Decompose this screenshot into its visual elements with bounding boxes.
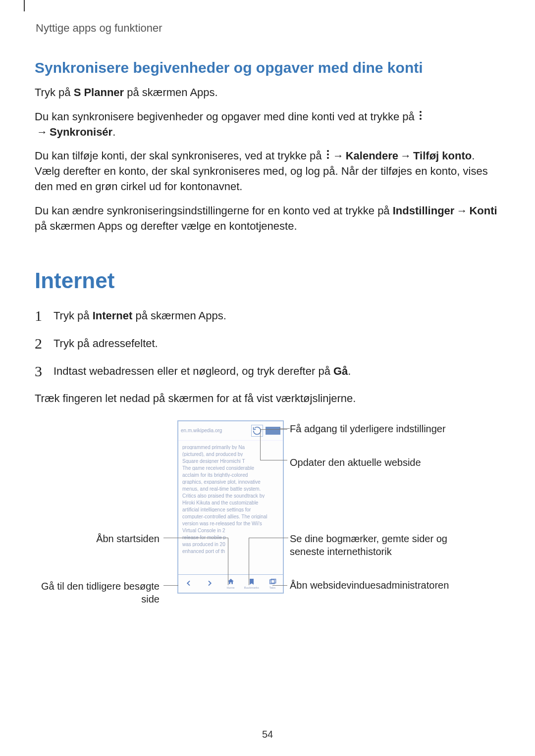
text-line: version was re-released for the Wii's bbox=[182, 521, 279, 526]
section-heading-internet: Internet bbox=[35, 268, 500, 293]
bold-text: Indstillinger bbox=[393, 204, 455, 217]
text-line: The game received considerable bbox=[182, 465, 279, 470]
text: Du kan synkronisere begivenheder og opga… bbox=[35, 110, 418, 123]
text-line: acclaim for its brightly-colored bbox=[182, 472, 279, 477]
chevron-left-icon bbox=[185, 579, 193, 587]
text-line: Virtual Console in 2 bbox=[182, 528, 279, 533]
bold-text: Kalendere bbox=[346, 150, 398, 162]
leader-line bbox=[279, 428, 290, 429]
bold-text: Internet bbox=[93, 309, 133, 322]
bold-text: Synkronisér bbox=[50, 126, 112, 138]
address-bar[interactable]: en.m.wikipedia.org bbox=[178, 421, 283, 441]
browser-toolbar: Home Bookmarks Tabs bbox=[178, 574, 283, 593]
leader-line bbox=[272, 585, 287, 586]
bold-text: Tilføj konto bbox=[413, 150, 472, 162]
chevron-right-icon bbox=[206, 579, 214, 587]
text-line: artificial intelligence settings for bbox=[182, 507, 279, 512]
section-heading-sync: Synkronisere begivenheder og opgaver med… bbox=[35, 59, 500, 76]
toolbar-label: Home bbox=[227, 586, 235, 589]
text-line: menus, and real-time battle system. bbox=[182, 486, 279, 491]
more-menu-button[interactable] bbox=[266, 427, 280, 435]
back-button[interactable] bbox=[178, 575, 199, 593]
text: Du kan ændre synkroniseringsindstillinge… bbox=[35, 204, 393, 217]
bold-text: Konti bbox=[469, 204, 497, 217]
phone-mock: en.m.wikipedia.org programmed primarily … bbox=[177, 420, 284, 594]
text-line: computer-controlled allies. The original bbox=[182, 514, 279, 519]
text-line: was produced in 20 bbox=[182, 542, 279, 547]
text-line: (pictured), and produced by bbox=[182, 452, 279, 456]
text: Indtast webadressen eller et nøgleord, o… bbox=[54, 365, 333, 377]
text: Tryk på bbox=[35, 86, 74, 99]
step-item: Tryk på Internet på skærmen Apps. bbox=[35, 308, 500, 324]
more-options-icon bbox=[418, 110, 423, 121]
paragraph: Træk fingeren let nedad på skærmen for a… bbox=[35, 391, 500, 406]
text-line: Square designer Hiromichi T bbox=[182, 458, 279, 463]
tabs-button[interactable]: Tabs bbox=[262, 575, 283, 593]
bold-text: Gå bbox=[333, 365, 348, 377]
text-line: enhanced port of th bbox=[182, 549, 279, 554]
toolbar-label: Tabs bbox=[269, 586, 276, 589]
page-number: 54 bbox=[0, 729, 535, 740]
home-button[interactable]: Home bbox=[220, 575, 241, 593]
text: Du kan tilføje konti, der skal synkronis… bbox=[35, 150, 325, 162]
leader-line bbox=[260, 460, 287, 460]
paragraph: Du kan tilføje konti, der skal synkronis… bbox=[35, 149, 500, 194]
leader-line bbox=[249, 538, 249, 585]
text-line: Critics also praised the soundtrack by bbox=[182, 493, 279, 498]
text: . bbox=[348, 365, 351, 377]
toolbar-label: Bookmarks bbox=[244, 586, 259, 589]
text: på skærmen Apps og derefter vælge en kon… bbox=[35, 220, 297, 232]
leader-line bbox=[228, 538, 228, 585]
refresh-icon bbox=[252, 425, 263, 436]
text-line: programmed primarily by Na bbox=[182, 445, 279, 450]
callout-home: Åbn startsiden bbox=[96, 532, 160, 545]
crop-tab-mark bbox=[24, 0, 25, 11]
callout-bookmarks: Se dine bogmærker, gemte sider og senest… bbox=[290, 532, 453, 558]
callout-tabs: Åbn websidevinduesadministratoren bbox=[290, 579, 458, 592]
paragraph: Du kan ændre synkroniseringsindstillinge… bbox=[35, 203, 500, 234]
text: Tryk på bbox=[54, 309, 93, 322]
text-line: release for mobile p bbox=[182, 535, 279, 540]
leader-line bbox=[163, 585, 178, 586]
refresh-button[interactable] bbox=[251, 425, 263, 437]
bold-text: S Planner bbox=[74, 86, 124, 99]
text: . bbox=[112, 126, 115, 138]
text: Tryk på adressefeltet. bbox=[54, 337, 158, 350]
leader-line bbox=[260, 429, 287, 430]
browser-diagram: en.m.wikipedia.org programmed primarily … bbox=[35, 420, 500, 604]
callout-more-settings: Få adgang til yderligere indstillinger bbox=[290, 422, 446, 435]
text: på skærmen Apps. bbox=[132, 309, 226, 322]
paragraph: Tryk på S Planner på skærmen Apps. bbox=[35, 85, 500, 101]
arrow-icon: → bbox=[35, 126, 50, 138]
arrow-icon: → bbox=[454, 204, 469, 217]
step-item: Tryk på adressefeltet. bbox=[35, 336, 500, 352]
document-page: Nyttige apps og funktioner Synkronisere … bbox=[0, 0, 535, 756]
text-line: graphics, expansive plot, innovative bbox=[182, 479, 279, 484]
bookmarks-button[interactable]: Bookmarks bbox=[241, 575, 262, 593]
numbered-steps: Tryk på Internet på skærmen Apps. Tryk p… bbox=[35, 308, 500, 379]
running-header: Nyttige apps og funktioner bbox=[36, 22, 500, 35]
arrow-icon: → bbox=[331, 150, 346, 162]
url-text: en.m.wikipedia.org bbox=[181, 428, 249, 433]
callout-refresh: Opdater den aktuelle webside bbox=[290, 456, 421, 469]
page-content: programmed primarily by Na (pictured), a… bbox=[178, 441, 283, 554]
leader-line bbox=[163, 538, 228, 538]
text-line: Hiroki Kikuta and the customizable bbox=[182, 500, 279, 505]
more-options-icon bbox=[325, 149, 330, 160]
paragraph: Du kan synkronisere begivenheder og opga… bbox=[35, 109, 500, 140]
step-item: Indtast webadressen eller et nøgleord, o… bbox=[35, 363, 500, 379]
text: på skærmen Apps. bbox=[124, 86, 218, 99]
callout-back: Gå til den tidligere besøgte side bbox=[35, 580, 160, 605]
arrow-icon: → bbox=[398, 150, 413, 162]
leader-line bbox=[249, 538, 288, 538]
leader-line bbox=[260, 429, 261, 460]
forward-button[interactable] bbox=[199, 575, 220, 593]
